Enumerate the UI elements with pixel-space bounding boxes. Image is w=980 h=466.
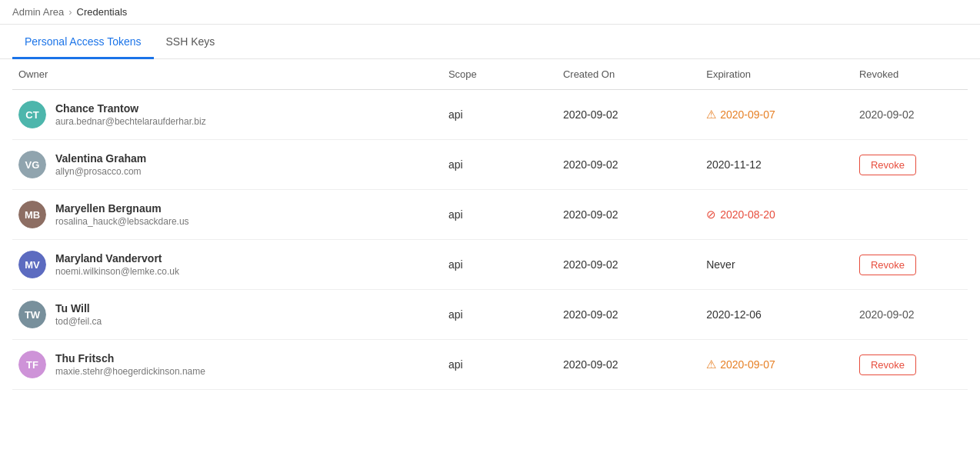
expiration-warning: ⚠ 2020-09-07: [706, 358, 847, 371]
expiration-cell: Never: [700, 240, 853, 290]
avatar: CT: [18, 101, 46, 128]
owner-email: rosalina_hauck@lebsackdare.us: [55, 216, 189, 227]
avatar: TF: [18, 351, 46, 378]
owner-info: Chance Trantow aura.bednar@bechtelaraufd…: [55, 102, 206, 127]
svg-text:VG: VG: [25, 159, 40, 171]
revoked-cell: 2020-09-02: [853, 290, 968, 340]
col-header-created: Created On: [557, 59, 700, 90]
table-row: VG Valentina Graham allyn@prosacco.com a…: [12, 140, 968, 190]
svg-text:MV: MV: [25, 259, 40, 271]
breadcrumb-current: Credentials: [77, 6, 128, 18]
created-on-cell: 2020-09-02: [557, 340, 700, 390]
revoked-date: 2020-09-02: [859, 308, 915, 321]
credentials-table: Owner Scope Created On Expiration Revoke…: [12, 59, 968, 390]
svg-text:TF: TF: [26, 359, 38, 371]
created-on-cell: 2020-09-02: [557, 140, 700, 190]
warning-icon: ⚠: [706, 108, 716, 121]
table-container: Owner Scope Created On Expiration Revoke…: [0, 59, 980, 390]
owner-email: maxie.stehr@hoegerdickinson.name: [55, 366, 205, 377]
table-row: CT Chance Trantow aura.bednar@bechtelara…: [12, 90, 968, 140]
scope-cell: api: [442, 90, 557, 140]
scope-cell: api: [442, 240, 557, 290]
owner-info: Maryland Vandervort noemi.wilkinson@lemk…: [55, 252, 179, 277]
col-header-revoked: Revoked: [853, 59, 968, 90]
revoked-cell: Revoke: [853, 240, 968, 290]
revoked-cell: Revoke: [853, 340, 968, 390]
owner-name: Valentina Graham: [55, 152, 146, 165]
breadcrumb-separator: ›: [68, 6, 72, 18]
tab-personal-access-tokens[interactable]: Personal Access Tokens: [12, 25, 154, 59]
owner-cell: MB Maryellen Bergnaum rosalina_hauck@leb…: [18, 201, 436, 228]
scope-cell: api: [442, 140, 557, 190]
expiration-cell: ⚠ 2020-09-07: [700, 340, 853, 390]
created-on-cell: 2020-09-02: [557, 240, 700, 290]
avatar: MV: [18, 251, 46, 278]
tabs-container: Personal Access Tokens SSH Keys: [0, 25, 980, 59]
owner-cell: TF Thu Fritsch maxie.stehr@hoegerdickins…: [18, 351, 436, 378]
revoked-cell: 2020-09-02: [853, 90, 968, 140]
breadcrumb: Admin Area › Credentials: [0, 0, 980, 25]
owner-info: Thu Fritsch maxie.stehr@hoegerdickinson.…: [55, 352, 205, 377]
expiration-date: 2020-08-20: [720, 208, 775, 221]
owner-name: Chance Trantow: [55, 102, 206, 115]
breadcrumb-parent[interactable]: Admin Area: [12, 6, 64, 18]
revoke-button[interactable]: Revoke: [859, 354, 916, 375]
owner-name: Maryellen Bergnaum: [55, 202, 189, 215]
table-row: TW Tu Will tod@feil.ca api 2020-09-02 20…: [12, 290, 968, 340]
owner-cell: VG Valentina Graham allyn@prosacco.com: [18, 151, 436, 178]
owner-name: Maryland Vandervort: [55, 252, 179, 265]
expiration-cell: 2020-12-06: [700, 290, 853, 340]
expiration-date: 2020-09-07: [720, 358, 775, 371]
expiration-cell: ⊘ 2020-08-20: [700, 190, 853, 240]
col-header-expiration: Expiration: [700, 59, 853, 90]
revoke-button[interactable]: Revoke: [859, 155, 916, 175]
expired-icon: ⊘: [706, 208, 716, 221]
expiration-warning: ⚠ 2020-09-07: [706, 108, 847, 121]
revoked-date: 2020-09-02: [859, 108, 915, 121]
expiration-date: 2020-09-07: [720, 108, 775, 121]
col-header-scope: Scope: [442, 59, 557, 90]
expiration-date: Never: [706, 258, 735, 271]
warning-icon: ⚠: [706, 358, 716, 371]
scope-cell: api: [442, 340, 557, 390]
created-on-cell: 2020-09-02: [557, 290, 700, 340]
scope-cell: api: [442, 190, 557, 240]
expiration-cell: 2020-11-12: [700, 140, 853, 190]
revoke-button[interactable]: Revoke: [859, 255, 916, 275]
expiration-date: 2020-12-06: [706, 308, 762, 321]
owner-name: Tu Will: [55, 302, 102, 315]
owner-info: Maryellen Bergnaum rosalina_hauck@lebsac…: [55, 202, 189, 227]
tab-ssh-keys[interactable]: SSH Keys: [154, 25, 228, 59]
avatar: TW: [18, 301, 46, 328]
svg-text:TW: TW: [25, 309, 41, 321]
expiration-cell: ⚠ 2020-09-07: [700, 90, 853, 140]
owner-name: Thu Fritsch: [55, 352, 205, 364]
revoked-cell: [853, 190, 968, 240]
expiration-expired: ⊘ 2020-08-20: [706, 208, 847, 221]
created-on-cell: 2020-09-02: [557, 190, 700, 240]
table-row: MB Maryellen Bergnaum rosalina_hauck@leb…: [12, 190, 968, 240]
avatar: MB: [18, 201, 46, 228]
table-row: TF Thu Fritsch maxie.stehr@hoegerdickins…: [12, 340, 968, 390]
owner-email: noemi.wilkinson@lemke.co.uk: [55, 266, 179, 277]
scope-cell: api: [442, 290, 557, 340]
owner-email: allyn@prosacco.com: [55, 166, 146, 177]
owner-cell: CT Chance Trantow aura.bednar@bechtelara…: [18, 101, 436, 128]
owner-email: tod@feil.ca: [55, 316, 102, 327]
owner-cell: MV Maryland Vandervort noemi.wilkinson@l…: [18, 251, 436, 278]
svg-text:CT: CT: [25, 109, 38, 121]
col-header-owner: Owner: [12, 59, 442, 90]
revoked-cell: Revoke: [853, 140, 968, 190]
svg-text:MB: MB: [25, 209, 40, 221]
avatar: VG: [18, 151, 46, 178]
expiration-date: 2020-11-12: [706, 158, 762, 171]
owner-info: Valentina Graham allyn@prosacco.com: [55, 152, 146, 177]
owner-email: aura.bednar@bechtelaraufderhar.biz: [55, 116, 206, 127]
created-on-cell: 2020-09-02: [557, 90, 700, 140]
owner-cell: TW Tu Will tod@feil.ca: [18, 301, 436, 328]
table-row: MV Maryland Vandervort noemi.wilkinson@l…: [12, 240, 968, 290]
owner-info: Tu Will tod@feil.ca: [55, 302, 102, 327]
